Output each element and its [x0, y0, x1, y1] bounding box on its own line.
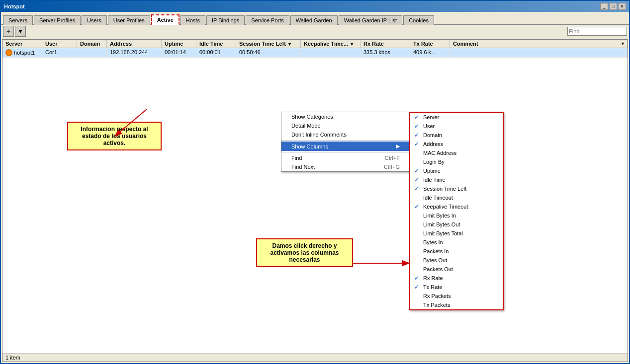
- close-button[interactable]: ✕: [618, 3, 626, 10]
- dropdown-icon: ▼: [621, 41, 625, 46]
- submenu-bytes-out[interactable]: Bytes Out: [410, 256, 503, 265]
- submenu-user[interactable]: User: [410, 122, 503, 131]
- submenu-address[interactable]: Address: [410, 140, 503, 148]
- submenu-tx-packets[interactable]: Tx Packets: [410, 300, 503, 309]
- menu-show-categories[interactable]: Show Categories: [281, 112, 410, 121]
- menu-sep-2: [281, 152, 410, 152]
- window-controls: _ □ ✕: [600, 3, 626, 10]
- tab-bar: Servers Server Profiles Users User Profi…: [1, 12, 629, 25]
- submenu-packets-out[interactable]: Packets Out: [410, 265, 503, 274]
- submenu-uptime[interactable]: Uptime: [410, 166, 503, 175]
- sort-arrow-session: ▼: [287, 42, 292, 47]
- col-header-idle: Idle Time: [196, 40, 236, 48]
- menu-find-next[interactable]: Find Next Ctrl+G: [281, 162, 410, 171]
- cell-address: 192.168.20.244: [107, 48, 162, 57]
- submenu-rx-rate[interactable]: Rx Rate: [410, 274, 503, 283]
- cell-keepalive: [301, 48, 360, 57]
- show-columns-submenu: Server User Domain Address MAC Address L…: [409, 112, 504, 310]
- tab-servers[interactable]: Servers: [3, 15, 33, 25]
- status-bar: 1 item: [2, 353, 628, 362]
- submenu-limit-bytes-in[interactable]: Limit Bytes In: [410, 211, 503, 220]
- filter-button[interactable]: ▼: [15, 26, 26, 37]
- col-header-rx: Rx Rate: [360, 40, 410, 48]
- cell-domain: [77, 48, 107, 57]
- submenu-idle-time[interactable]: Idle Time: [410, 175, 503, 184]
- menu-dont-inline[interactable]: Don't Inline Comments: [281, 130, 410, 139]
- cell-user: Cor1: [42, 48, 77, 57]
- menu-detail-mode[interactable]: Detail Mode: [281, 121, 410, 130]
- col-header-domain: Domain: [77, 40, 107, 48]
- submenu-login-by[interactable]: Login By: [410, 157, 503, 166]
- annotation-box-2: Damos click derecho y activamos las colu…: [256, 238, 353, 267]
- col-header-keepalive: Keepalive Time... ▼: [301, 40, 360, 48]
- cell-comment: [450, 48, 628, 57]
- col-header-user: User: [42, 40, 77, 48]
- minimize-button[interactable]: _: [600, 3, 608, 10]
- find-next-shortcut: Ctrl+G: [384, 164, 400, 170]
- tab-walled-garden[interactable]: Walled Garden: [290, 15, 338, 25]
- find-input[interactable]: [567, 27, 627, 36]
- cell-tx: 409.6 k...: [410, 48, 450, 57]
- submenu-limit-bytes-total[interactable]: Limit Bytes Total: [410, 229, 503, 238]
- submenu-session-left[interactable]: Session Time Left: [410, 184, 503, 193]
- tab-ip-bindings[interactable]: IP Bindings: [206, 15, 245, 25]
- tab-active[interactable]: Active: [151, 14, 180, 25]
- submenu-domain[interactable]: Domain: [410, 131, 503, 140]
- filter-icon: ▼: [17, 28, 23, 35]
- toolbar: + ▼: [1, 25, 629, 38]
- status-bar-wrap: 1 item: [2, 353, 628, 362]
- tab-cookies[interactable]: Cookies: [403, 15, 434, 25]
- tab-users[interactable]: Users: [82, 15, 107, 25]
- menu-show-columns[interactable]: Show Columns ▶: [281, 142, 410, 151]
- submenu-tx-rate[interactable]: Tx Rate: [410, 283, 503, 291]
- window-title: Hotspot: [4, 3, 25, 9]
- submenu-packets-in[interactable]: Packets In: [410, 247, 503, 256]
- submenu-bytes-in[interactable]: Bytes In: [410, 238, 503, 247]
- submenu-idle-timeout[interactable]: Idle Timeout: [410, 193, 503, 202]
- server-icon: [5, 49, 12, 56]
- col-header-uptime: Uptime: [162, 40, 196, 48]
- annotation-box-1: Informacion respecto al estado de los us…: [67, 122, 162, 150]
- find-input-wrap: [567, 27, 627, 36]
- main-window: Hotspot _ □ ✕ Servers Server Profiles Us…: [0, 0, 630, 364]
- col-header-address: Address: [107, 40, 162, 48]
- menu-find[interactable]: Find Ctrl+F: [281, 153, 410, 162]
- add-button[interactable]: +: [3, 26, 14, 37]
- submenu-rx-packets[interactable]: Rx Packets: [410, 291, 503, 300]
- table-row[interactable]: hotspot1 Cor1 192.168.20.244 00:01:14 00…: [2, 48, 628, 58]
- submenu-server[interactable]: Server: [410, 113, 503, 122]
- sort-arrow-keepalive: ▼: [350, 42, 354, 47]
- status-text: 1 item: [5, 355, 20, 361]
- context-menu: Show Categories Detail Mode Don't Inline…: [281, 112, 410, 172]
- col-header-session: Session Time Left ▼: [236, 40, 301, 48]
- cell-rx: 335.3 kbps: [360, 48, 410, 57]
- cell-uptime: 00:01:14: [162, 48, 196, 57]
- menu-sep-1: [281, 140, 410, 141]
- title-bar: Hotspot _ □ ✕: [1, 1, 629, 12]
- submenu-keepalive[interactable]: Keepalive Timeout: [410, 202, 503, 211]
- submenu-arrow-icon: ▶: [396, 143, 400, 149]
- content-area: Server User Domain Address Uptime Idle T…: [2, 39, 628, 362]
- cell-session: 00:58:46: [236, 48, 301, 57]
- maximize-button[interactable]: □: [609, 3, 617, 10]
- col-header-tx: Tx Rate: [410, 40, 450, 48]
- submenu-mac[interactable]: MAC Address: [410, 148, 503, 157]
- tab-hosts[interactable]: Hosts: [180, 15, 205, 25]
- col-header-comment: Comment ▼: [450, 40, 628, 48]
- cell-server: hotspot1: [2, 48, 42, 57]
- tab-user-profiles[interactable]: User Profiles: [108, 15, 150, 25]
- submenu-limit-bytes-out[interactable]: Limit Bytes Out: [410, 220, 503, 229]
- cell-idle: 00:00:01: [196, 48, 236, 57]
- tab-server-profiles[interactable]: Server Profiles: [34, 15, 81, 25]
- arrow-2: [348, 248, 418, 278]
- col-header-server: Server: [2, 40, 42, 48]
- tab-service-ports[interactable]: Service Ports: [246, 15, 289, 25]
- table-header: Server User Domain Address Uptime Idle T…: [2, 40, 628, 48]
- find-shortcut: Ctrl+F: [385, 155, 400, 161]
- tab-walled-garden-ip[interactable]: Walled Garden IP List: [339, 15, 402, 25]
